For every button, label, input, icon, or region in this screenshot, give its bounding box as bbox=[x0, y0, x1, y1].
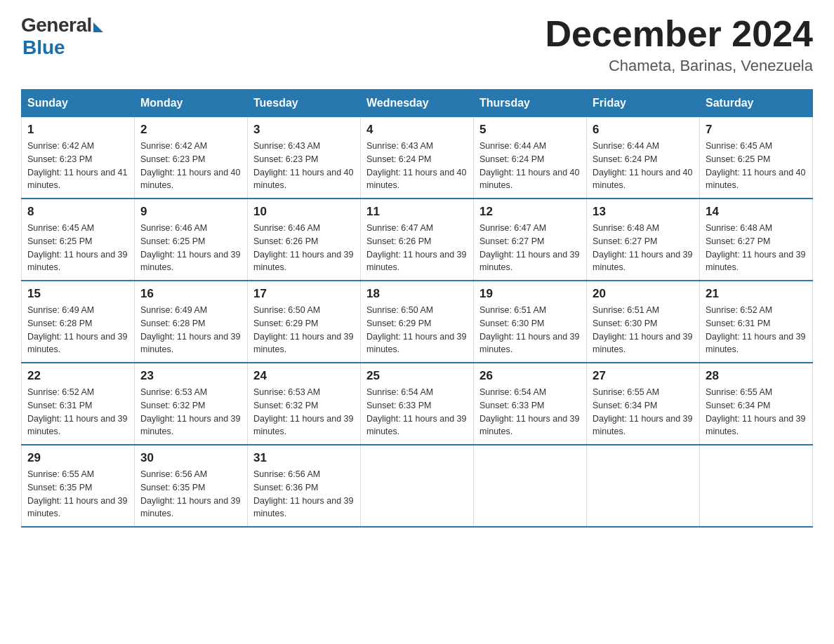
table-row: 8 Sunrise: 6:45 AMSunset: 6:25 PMDayligh… bbox=[22, 199, 135, 281]
table-row: 6 Sunrise: 6:44 AMSunset: 6:24 PMDayligh… bbox=[587, 117, 700, 199]
day-info: Sunrise: 6:50 AMSunset: 6:29 PMDaylight:… bbox=[253, 305, 353, 354]
day-number: 5 bbox=[479, 123, 581, 137]
table-row: 28 Sunrise: 6:55 AMSunset: 6:34 PMDaylig… bbox=[700, 363, 813, 445]
day-number: 4 bbox=[366, 123, 468, 137]
day-info: Sunrise: 6:49 AMSunset: 6:28 PMDaylight:… bbox=[140, 305, 240, 354]
table-row bbox=[587, 445, 700, 527]
day-info: Sunrise: 6:52 AMSunset: 6:31 PMDaylight:… bbox=[27, 387, 127, 436]
day-number: 15 bbox=[27, 287, 128, 301]
table-row: 23 Sunrise: 6:53 AMSunset: 6:32 PMDaylig… bbox=[135, 363, 248, 445]
day-number: 24 bbox=[253, 369, 355, 383]
day-info: Sunrise: 6:44 AMSunset: 6:24 PMDaylight:… bbox=[593, 141, 692, 190]
table-row: 25 Sunrise: 6:54 AMSunset: 6:33 PMDaylig… bbox=[361, 363, 474, 445]
table-row: 11 Sunrise: 6:47 AMSunset: 6:26 PMDaylig… bbox=[361, 199, 474, 281]
col-tuesday: Tuesday bbox=[248, 90, 361, 117]
logo-blue-text: Blue bbox=[22, 36, 65, 59]
day-number: 8 bbox=[27, 205, 128, 219]
day-info: Sunrise: 6:55 AMSunset: 6:34 PMDaylight:… bbox=[593, 387, 692, 436]
table-row: 13 Sunrise: 6:48 AMSunset: 6:27 PMDaylig… bbox=[587, 199, 700, 281]
day-number: 14 bbox=[706, 205, 807, 219]
table-row: 5 Sunrise: 6:44 AMSunset: 6:24 PMDayligh… bbox=[474, 117, 587, 199]
day-info: Sunrise: 6:43 AMSunset: 6:24 PMDaylight:… bbox=[366, 141, 466, 190]
day-info: Sunrise: 6:53 AMSunset: 6:32 PMDaylight:… bbox=[253, 387, 353, 436]
calendar-table: Sunday Monday Tuesday Wednesday Thursday… bbox=[21, 89, 813, 528]
day-number: 18 bbox=[366, 287, 468, 301]
table-row: 12 Sunrise: 6:47 AMSunset: 6:27 PMDaylig… bbox=[474, 199, 587, 281]
table-row bbox=[474, 445, 587, 527]
col-friday: Friday bbox=[587, 90, 700, 117]
day-number: 22 bbox=[27, 369, 128, 383]
table-row: 26 Sunrise: 6:54 AMSunset: 6:33 PMDaylig… bbox=[474, 363, 587, 445]
day-number: 20 bbox=[593, 287, 694, 301]
day-number: 10 bbox=[253, 205, 355, 219]
table-row: 16 Sunrise: 6:49 AMSunset: 6:28 PMDaylig… bbox=[135, 281, 248, 363]
day-info: Sunrise: 6:43 AMSunset: 6:23 PMDaylight:… bbox=[253, 141, 353, 190]
table-row: 20 Sunrise: 6:51 AMSunset: 6:30 PMDaylig… bbox=[587, 281, 700, 363]
day-info: Sunrise: 6:54 AMSunset: 6:33 PMDaylight:… bbox=[366, 387, 466, 436]
day-number: 27 bbox=[593, 369, 694, 383]
col-thursday: Thursday bbox=[474, 90, 587, 117]
day-number: 9 bbox=[140, 205, 241, 219]
calendar-week-row: 8 Sunrise: 6:45 AMSunset: 6:25 PMDayligh… bbox=[22, 199, 813, 281]
calendar-week-row: 15 Sunrise: 6:49 AMSunset: 6:28 PMDaylig… bbox=[22, 281, 813, 363]
logo: General Blue bbox=[21, 14, 103, 59]
table-row: 15 Sunrise: 6:49 AMSunset: 6:28 PMDaylig… bbox=[22, 281, 135, 363]
day-number: 7 bbox=[706, 123, 807, 137]
col-monday: Monday bbox=[135, 90, 248, 117]
day-info: Sunrise: 6:47 AMSunset: 6:26 PMDaylight:… bbox=[366, 223, 466, 272]
month-title: December 2024 bbox=[545, 14, 813, 54]
day-number: 29 bbox=[27, 451, 128, 465]
day-info: Sunrise: 6:52 AMSunset: 6:31 PMDaylight:… bbox=[706, 305, 805, 354]
day-number: 13 bbox=[593, 205, 694, 219]
calendar-week-row: 1 Sunrise: 6:42 AMSunset: 6:23 PMDayligh… bbox=[22, 117, 813, 199]
table-row: 3 Sunrise: 6:43 AMSunset: 6:23 PMDayligh… bbox=[248, 117, 361, 199]
day-info: Sunrise: 6:45 AMSunset: 6:25 PMDaylight:… bbox=[706, 141, 805, 190]
calendar-week-row: 29 Sunrise: 6:55 AMSunset: 6:35 PMDaylig… bbox=[22, 445, 813, 527]
day-info: Sunrise: 6:54 AMSunset: 6:33 PMDaylight:… bbox=[479, 387, 579, 436]
table-row: 7 Sunrise: 6:45 AMSunset: 6:25 PMDayligh… bbox=[700, 117, 813, 199]
day-number: 30 bbox=[140, 451, 241, 465]
calendar-header-row: Sunday Monday Tuesday Wednesday Thursday… bbox=[22, 90, 813, 117]
table-row: 31 Sunrise: 6:56 AMSunset: 6:36 PMDaylig… bbox=[248, 445, 361, 527]
day-info: Sunrise: 6:55 AMSunset: 6:34 PMDaylight:… bbox=[706, 387, 805, 436]
day-info: Sunrise: 6:55 AMSunset: 6:35 PMDaylight:… bbox=[27, 469, 127, 518]
day-number: 31 bbox=[253, 451, 355, 465]
day-info: Sunrise: 6:53 AMSunset: 6:32 PMDaylight:… bbox=[140, 387, 240, 436]
table-row bbox=[361, 445, 474, 527]
logo-triangle-icon bbox=[93, 22, 103, 32]
day-info: Sunrise: 6:51 AMSunset: 6:30 PMDaylight:… bbox=[593, 305, 692, 354]
day-number: 6 bbox=[593, 123, 694, 137]
page-header: General Blue December 2024 Chameta, Bari… bbox=[21, 14, 813, 75]
location-text: Chameta, Barinas, Venezuela bbox=[545, 57, 813, 75]
col-saturday: Saturday bbox=[700, 90, 813, 117]
table-row: 9 Sunrise: 6:46 AMSunset: 6:25 PMDayligh… bbox=[135, 199, 248, 281]
calendar-week-row: 22 Sunrise: 6:52 AMSunset: 6:31 PMDaylig… bbox=[22, 363, 813, 445]
day-number: 17 bbox=[253, 287, 355, 301]
table-row: 1 Sunrise: 6:42 AMSunset: 6:23 PMDayligh… bbox=[22, 117, 135, 199]
day-number: 23 bbox=[140, 369, 241, 383]
table-row: 4 Sunrise: 6:43 AMSunset: 6:24 PMDayligh… bbox=[361, 117, 474, 199]
day-number: 16 bbox=[140, 287, 241, 301]
table-row: 30 Sunrise: 6:56 AMSunset: 6:35 PMDaylig… bbox=[135, 445, 248, 527]
table-row: 18 Sunrise: 6:50 AMSunset: 6:29 PMDaylig… bbox=[361, 281, 474, 363]
table-row bbox=[700, 445, 813, 527]
day-info: Sunrise: 6:49 AMSunset: 6:28 PMDaylight:… bbox=[27, 305, 127, 354]
logo-general-text: General bbox=[21, 14, 92, 36]
day-info: Sunrise: 6:46 AMSunset: 6:25 PMDaylight:… bbox=[140, 223, 240, 272]
day-info: Sunrise: 6:51 AMSunset: 6:30 PMDaylight:… bbox=[479, 305, 579, 354]
day-info: Sunrise: 6:46 AMSunset: 6:26 PMDaylight:… bbox=[253, 223, 353, 272]
table-row: 29 Sunrise: 6:55 AMSunset: 6:35 PMDaylig… bbox=[22, 445, 135, 527]
table-row: 10 Sunrise: 6:46 AMSunset: 6:26 PMDaylig… bbox=[248, 199, 361, 281]
day-info: Sunrise: 6:45 AMSunset: 6:25 PMDaylight:… bbox=[27, 223, 127, 272]
day-number: 3 bbox=[253, 123, 355, 137]
table-row: 2 Sunrise: 6:42 AMSunset: 6:23 PMDayligh… bbox=[135, 117, 248, 199]
day-number: 12 bbox=[479, 205, 581, 219]
day-number: 19 bbox=[479, 287, 581, 301]
table-row: 19 Sunrise: 6:51 AMSunset: 6:30 PMDaylig… bbox=[474, 281, 587, 363]
day-info: Sunrise: 6:42 AMSunset: 6:23 PMDaylight:… bbox=[140, 141, 240, 190]
table-row: 21 Sunrise: 6:52 AMSunset: 6:31 PMDaylig… bbox=[700, 281, 813, 363]
day-number: 2 bbox=[140, 123, 241, 137]
table-row: 14 Sunrise: 6:48 AMSunset: 6:27 PMDaylig… bbox=[700, 199, 813, 281]
day-number: 28 bbox=[706, 369, 807, 383]
day-info: Sunrise: 6:56 AMSunset: 6:36 PMDaylight:… bbox=[253, 469, 353, 518]
